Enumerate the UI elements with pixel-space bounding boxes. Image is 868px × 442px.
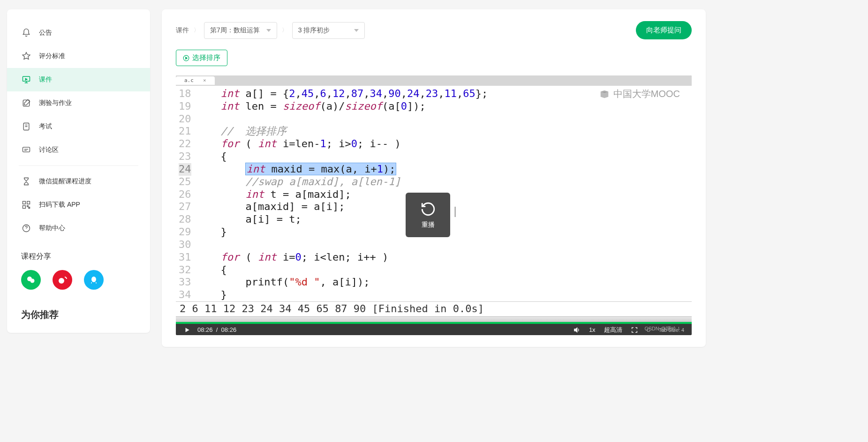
message-icon: [21, 145, 31, 155]
close-icon[interactable]: ×: [203, 77, 206, 83]
bell-icon: [21, 28, 31, 38]
play-circle-icon: [183, 55, 189, 61]
sidebar: 公告 评分标准 课件 测验与作业 考试 讨论区 微信提醒课程进度 扫: [7, 9, 150, 333]
svg-rect-4: [23, 202, 26, 204]
svg-point-11: [91, 277, 96, 282]
share-weibo[interactable]: [53, 270, 72, 290]
lesson-tag-label: 选择排序: [192, 53, 220, 62]
nav-download-app[interactable]: 扫码下载 APP: [7, 193, 150, 217]
line-gutter: 1819202122232425262728293031323334: [176, 88, 196, 301]
svg-rect-5: [27, 202, 30, 204]
chevron-right-icon: 〉: [282, 26, 287, 34]
share-qq[interactable]: [84, 270, 104, 290]
video-player: a.c× 1819202122232425262728293031323334 …: [176, 75, 692, 335]
nav-grading[interactable]: 评分标准: [7, 45, 150, 68]
nav-label: 课件: [39, 75, 52, 84]
play-icon[interactable]: [183, 326, 191, 334]
watermark: CSDN @嗯哈！: [645, 325, 681, 332]
speed-control[interactable]: 1x: [589, 326, 596, 333]
week-select[interactable]: 第7周：数组运算: [204, 22, 277, 39]
fullscreen-icon[interactable]: [631, 326, 638, 334]
lesson-tag[interactable]: 选择排序: [176, 50, 227, 66]
text-cursor: [455, 207, 455, 217]
star-outline-icon: [21, 51, 31, 61]
nav-homework[interactable]: 测验与作业: [7, 91, 150, 115]
panel-divider: [176, 316, 692, 322]
time-display: 08:26 / 08:26: [197, 326, 236, 333]
editor-tab[interactable]: a.c×: [176, 76, 215, 84]
nav-announcements[interactable]: 公告: [7, 21, 150, 45]
breadcrumb-root[interactable]: 课件: [176, 26, 189, 35]
nav-label: 扫码下载 APP: [39, 201, 80, 209]
help-icon: [21, 223, 31, 233]
quality-control[interactable]: 超高清: [604, 326, 622, 334]
replay-button[interactable]: 重播: [406, 193, 450, 237]
svg-point-9: [30, 279, 35, 283]
video-controls: 08:26 / 08:26 24 characters selected 1x …: [176, 324, 692, 335]
nav-exam[interactable]: 考试: [7, 115, 150, 138]
nav-help[interactable]: 帮助中心: [7, 217, 150, 240]
main-content: 课件 〉 第7周：数组运算 〉 3 排序初步 向老师提问 选择排序 a.c× 1…: [162, 9, 706, 347]
nav-label: 公告: [39, 29, 52, 37]
nav-label: 评分标准: [39, 52, 65, 60]
editor-tab-bar: a.c×: [176, 75, 692, 86]
divider: [19, 165, 138, 166]
breadcrumb-bar: 课件 〉 第7周：数组运算 〉 3 排序初步 向老师提问: [176, 21, 692, 39]
console-output: 2 6 11 12 23 24 34 45 65 87 90 [Finished…: [176, 301, 692, 316]
nav-label: 测验与作业: [39, 99, 72, 107]
volume-icon[interactable]: [573, 326, 581, 334]
ask-teacher-button[interactable]: 向老师提问: [636, 21, 692, 39]
replay-icon: [420, 201, 436, 217]
nav-label: 帮助中心: [39, 224, 65, 232]
svg-rect-3: [23, 147, 30, 152]
presentation-icon: [21, 75, 31, 85]
chevron-right-icon: 〉: [194, 26, 199, 34]
nav-label: 讨论区: [39, 146, 59, 154]
share-title: 课程分享: [21, 252, 136, 262]
nav-label: 考试: [39, 122, 52, 131]
svg-point-10: [59, 278, 64, 284]
nav-discussion[interactable]: 讨论区: [7, 138, 150, 162]
replay-label: 重播: [422, 221, 435, 229]
lesson-select[interactable]: 3 排序初步: [292, 22, 365, 39]
nav-label: 微信提醒课程进度: [39, 177, 91, 186]
nav-wechat-reminder[interactable]: 微信提醒课程进度: [7, 170, 150, 193]
svg-rect-6: [23, 206, 26, 209]
qr-icon: [21, 200, 31, 210]
share-wechat[interactable]: [21, 270, 41, 290]
file-icon: [21, 121, 31, 132]
edit-icon: [21, 98, 31, 108]
nav-courseware[interactable]: 课件: [7, 68, 150, 91]
mooc-logo: 中国大学MOOC: [598, 88, 680, 100]
recommendations-title: 为你推荐: [7, 294, 150, 321]
hourglass-icon: [21, 176, 31, 187]
